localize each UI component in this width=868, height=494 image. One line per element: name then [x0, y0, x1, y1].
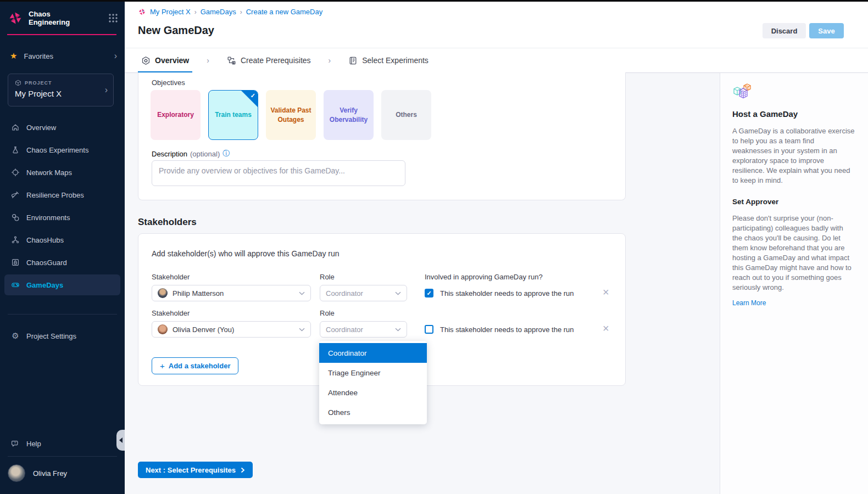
chevron-down-icon: [299, 291, 305, 295]
flask-icon: [11, 145, 20, 154]
network-map-icon: [11, 168, 20, 177]
stakeholder-column-label: Stakeholder: [152, 273, 190, 281]
role-column-label: Role: [320, 309, 335, 317]
probe-icon: [11, 190, 20, 199]
svg-text:?: ?: [14, 441, 16, 445]
chevron-right-icon: ›: [207, 56, 209, 65]
cube-icon: [15, 80, 21, 86]
stakeholder-select-2[interactable]: Olivia Denver (You): [152, 321, 311, 338]
chevron-down-icon: [395, 328, 401, 332]
sidebar-item-label: Project Settings: [26, 332, 76, 340]
hub-icon: [11, 235, 20, 244]
sidebar-item-project-settings[interactable]: ⚙ Project Settings: [4, 325, 120, 346]
sidebar-item-label: Resilience Probes: [26, 191, 84, 199]
add-stakeholder-label: Add a stakeholder: [169, 362, 231, 370]
guard-lock-icon: [11, 258, 20, 267]
chevron-right-icon: ›: [105, 85, 108, 95]
role-option-attendee[interactable]: Attendee: [319, 383, 427, 402]
divider: [8, 456, 117, 457]
approve-checkbox-1[interactable]: [425, 289, 433, 297]
sidebar-item-chaoshubs[interactable]: ChaosHubs: [4, 229, 120, 250]
sidebar-item-environments[interactable]: Environments: [4, 207, 120, 228]
remove-stakeholder-icon[interactable]: ×: [603, 288, 609, 296]
role-option-coordinator[interactable]: Coordinator: [319, 343, 427, 363]
objective-exploratory[interactable]: Exploratory: [151, 90, 201, 140]
objectives-label: Objectives: [152, 78, 185, 87]
sidebar-item-chaosguard[interactable]: ChaosGuard: [4, 252, 120, 273]
stakeholder-avatar: [158, 324, 168, 334]
tab-create-prerequisites[interactable]: Create Prerequisites: [224, 48, 314, 72]
involved-column-label: Involved in approving GameDay run?: [425, 273, 543, 281]
role-select-value: Coordinator: [326, 289, 363, 297]
breadcrumb-gamedays-link[interactable]: GameDays: [201, 8, 236, 16]
app-title: Chaos Engineering: [29, 10, 79, 26]
role-option-triage-engineer[interactable]: Triage Engineer: [319, 363, 427, 383]
star-icon: ★: [10, 51, 17, 61]
objective-train-teams[interactable]: Train teams: [208, 90, 258, 140]
next-select-prerequisites-button[interactable]: Next : Select Prerequisites: [138, 462, 253, 478]
sidebar-item-gamedays[interactable]: GameDays: [4, 274, 120, 295]
objective-others[interactable]: Others: [381, 90, 431, 140]
breadcrumb-separator: ›: [194, 8, 197, 16]
add-stakeholder-button[interactable]: + Add a stakeholder: [152, 357, 238, 374]
help-panel-section-body: Please don't surprise your (non-particip…: [732, 214, 855, 293]
project-selector[interactable]: PROJECT My Project X ›: [8, 74, 114, 106]
approve-checkbox-2[interactable]: [425, 325, 433, 334]
stakeholders-heading: Stakeholders: [138, 217, 197, 228]
objective-verify-obervability[interactable]: Verify Obervability: [324, 90, 374, 140]
breadcrumb-separator: ›: [240, 8, 242, 16]
description-optional-label: (optional): [190, 150, 220, 158]
page-title: New GameDay: [138, 24, 214, 37]
module-grid-icon[interactable]: [108, 13, 118, 23]
breadcrumb: My Project X › GameDays › Create a new G…: [138, 8, 322, 16]
sidebar-item-resilience-probes[interactable]: Resilience Probes: [4, 184, 120, 205]
role-select-value: Coordinator: [326, 325, 363, 334]
user-profile[interactable]: Olivia Frey: [8, 464, 67, 482]
experiments-tab-icon: [348, 56, 358, 65]
stakeholder-column-label: Stakeholder: [152, 309, 190, 317]
chaos-engineering-logo-icon: [8, 10, 23, 26]
prerequisites-tab-icon: [227, 56, 236, 65]
chevron-down-icon: [299, 328, 305, 332]
role-column-label: Role: [320, 273, 335, 281]
objectives-options: Exploratory Train teams Validate Past Ou…: [151, 90, 431, 140]
learn-more-link[interactable]: Learn More: [732, 299, 766, 307]
sidebar-item-help[interactable]: ? Help: [4, 433, 120, 454]
role-select-2[interactable]: Coordinator: [320, 321, 407, 338]
tab-overview[interactable]: Overview: [138, 48, 192, 72]
stakeholder-select-1[interactable]: Philip Matterson: [152, 285, 311, 301]
approve-checkbox-label: This stakeholder needs to approve the ru…: [440, 289, 574, 297]
objective-validate-past-outages[interactable]: Validate Past Outages: [266, 90, 316, 140]
help-panel: Host a GameDay A GameDay is a collaborat…: [720, 73, 868, 494]
role-select-1[interactable]: Coordinator: [320, 285, 407, 301]
save-button[interactable]: Save: [809, 23, 844, 38]
page-header: My Project X › GameDays › Create a new G…: [125, 0, 868, 48]
sidebar-item-overview[interactable]: Overview: [4, 117, 120, 138]
approve-checkbox-label: This stakeholder needs to approve the ru…: [440, 325, 574, 334]
sidebar-item-label: Network Maps: [26, 169, 72, 177]
breadcrumb-current: Create a new GameDay: [246, 8, 322, 16]
favorites-toggle[interactable]: ★ Favorites ›: [10, 49, 117, 63]
help-panel-title: Host a GameDay: [732, 109, 855, 119]
window-top-edge: [0, 0, 868, 2]
sidebar-collapse-button[interactable]: [116, 430, 125, 451]
help-panel-section-title: Set Approver: [732, 198, 855, 206]
description-input[interactable]: [152, 160, 405, 186]
chevron-right-icon: [241, 467, 245, 473]
stakeholder-select-value: Philip Matterson: [173, 289, 224, 297]
discard-button[interactable]: Discard: [763, 23, 806, 38]
sidebar-item-chaos-experiments[interactable]: Chaos Experiments: [4, 139, 120, 160]
tab-select-experiments[interactable]: Select Experiments: [345, 48, 432, 72]
remove-stakeholder-icon[interactable]: ×: [603, 324, 609, 333]
accent-divider: [7, 34, 116, 35]
user-name: Olivia Frey: [33, 469, 67, 478]
gameday-cubes-icon: [732, 83, 855, 103]
sidebar: Chaos Engineering ★ Favorites › PROJECT: [0, 0, 125, 494]
sidebar-item-label: Overview: [26, 124, 56, 132]
help-panel-intro: A GameDay is a collaborative exercise to…: [732, 126, 855, 186]
role-option-others[interactable]: Others: [319, 402, 427, 422]
info-icon[interactable]: ⓘ: [222, 149, 230, 159]
chevron-left-icon: [119, 437, 123, 443]
sidebar-item-network-maps[interactable]: Network Maps: [4, 162, 120, 183]
breadcrumb-project-link[interactable]: My Project X: [150, 8, 191, 16]
